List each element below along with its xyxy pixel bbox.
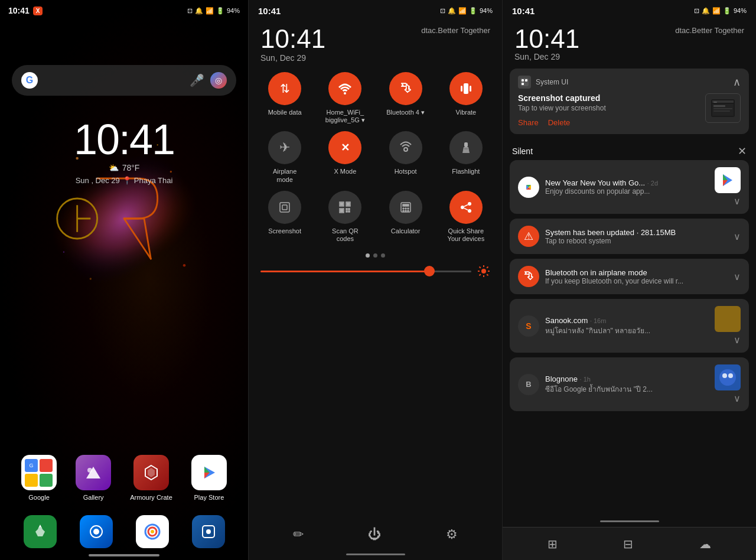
app-playstore[interactable]: Play Store bbox=[191, 455, 227, 501]
sanook-notif-chevron[interactable]: ∨ bbox=[734, 334, 741, 346]
power-icon[interactable]: ⏻ bbox=[368, 527, 381, 542]
battery-pct: 94% bbox=[227, 7, 240, 14]
notif-date: Sun, Dec 29 bbox=[514, 52, 579, 61]
svg-point-16 bbox=[93, 529, 99, 535]
mic-icon[interactable]: 🎤 bbox=[190, 73, 204, 87]
qs-sig-icon: 📶 bbox=[458, 7, 467, 15]
qs-screen-icon: ⊡ bbox=[440, 7, 445, 15]
app-armoury-label: Armoury Crate bbox=[130, 494, 172, 501]
tile-bluetooth[interactable]: ⮷ Bluetooth 4 ▾ bbox=[379, 72, 432, 124]
svg-rect-28 bbox=[464, 148, 468, 149]
tile-airplane[interactable]: ✈ Airplanemode bbox=[258, 131, 311, 183]
svg-rect-25 bbox=[470, 86, 471, 92]
svg-point-47 bbox=[405, 210, 406, 211]
notif-item-system[interactable]: ⚠ System has been updated · 281.15MB Tap… bbox=[510, 219, 749, 254]
tile-xmode-label: X Mode bbox=[334, 168, 356, 175]
qs-vol-icon: 🔔 bbox=[448, 7, 456, 15]
svg-line-61 bbox=[487, 267, 488, 268]
bottom-app-3[interactable] bbox=[136, 515, 169, 548]
brightness-slider[interactable] bbox=[260, 271, 471, 272]
notif-item-sanook[interactable]: S Sanook.com · 16m หมู่โคม่าหลัง "กินปลา… bbox=[510, 299, 749, 353]
notif-clock: 10:41 bbox=[514, 26, 579, 52]
qs-home-strip bbox=[346, 554, 405, 555]
svg-rect-30 bbox=[282, 205, 287, 210]
brightness-thumb[interactable] bbox=[424, 266, 435, 276]
notif-item-bluetooth[interactable]: ⮷ Bluetooth on in airplane mode If you k… bbox=[510, 259, 749, 294]
qs-carrier: dtac.Better Together bbox=[421, 26, 490, 35]
temperature: 78°F bbox=[122, 163, 140, 172]
app-playstore-label: Play Store bbox=[194, 494, 224, 501]
notif-header: 10:41 Sun, Dec 29 dtac.Better Together bbox=[503, 21, 756, 64]
notif-collapse-icon[interactable]: ∧ bbox=[733, 76, 741, 89]
tile-scan-qr[interactable]: Scan QRcodes bbox=[318, 191, 372, 243]
svg-line-59 bbox=[480, 267, 481, 268]
svg-rect-69 bbox=[713, 102, 717, 103]
edit-icon[interactable]: ✏ bbox=[293, 527, 304, 542]
tile-flashlight[interactable]: Flashlight bbox=[439, 131, 493, 183]
google-notif-chevron[interactable]: ∨ bbox=[734, 196, 741, 207]
app-armoury[interactable]: Armoury Crate bbox=[130, 455, 172, 501]
svg-rect-64 bbox=[522, 79, 524, 82]
screenshot-notification[interactable]: System UI ∧ Screenshot captured Tap to v… bbox=[510, 69, 749, 134]
notif-battery-pct: 94% bbox=[734, 7, 747, 14]
app-gallery[interactable]: Gallery bbox=[76, 455, 111, 501]
svg-rect-72 bbox=[713, 108, 732, 109]
blognone-notif-title: Blognone · 1h bbox=[545, 375, 709, 383]
blognone-notif-icon: B bbox=[518, 374, 539, 395]
notif-item-google[interactable]: New Year New You with Go... · 2d Enjoy d… bbox=[510, 160, 749, 214]
delete-button[interactable]: Delete bbox=[548, 118, 571, 127]
system-notif-title: System has been updated · 281.15MB bbox=[545, 228, 728, 237]
app-google[interactable]: G Google bbox=[21, 455, 57, 501]
tile-mobile-data-label: Mobile data bbox=[268, 109, 302, 116]
tile-scan-qr-label: Scan QRcodes bbox=[332, 227, 359, 243]
home-status-icons: ⊡ 🔔 📶 🔋 94% bbox=[187, 7, 240, 15]
blognone-notif-chevron[interactable]: ∨ bbox=[734, 393, 741, 404]
svg-rect-35 bbox=[347, 203, 350, 205]
system-ui-icon bbox=[518, 76, 531, 89]
location-name: Phaya Thai bbox=[134, 176, 173, 185]
notif-battery-icon: 🔋 bbox=[723, 7, 731, 15]
svg-rect-40 bbox=[348, 211, 350, 212]
bluetooth-notif-chevron[interactable]: ∨ bbox=[734, 271, 741, 282]
svg-rect-23 bbox=[464, 83, 468, 94]
tile-calculator[interactable]: Calculator bbox=[379, 191, 432, 243]
svg-point-26 bbox=[404, 148, 408, 151]
bottom-app-2[interactable] bbox=[80, 515, 113, 548]
google-notif-body: Enjoy discounts on popular app... bbox=[545, 187, 709, 196]
silent-close-icon[interactable]: ✕ bbox=[738, 145, 747, 158]
tile-vibrate[interactable]: Vibrate bbox=[439, 72, 493, 124]
tile-wifi[interactable]: Home_WiFi_bigglive_5G ▾ bbox=[318, 72, 372, 124]
svg-point-22 bbox=[344, 92, 346, 95]
google-notif-thumb bbox=[715, 167, 741, 193]
share-button[interactable]: Share bbox=[518, 118, 539, 127]
weather-icon: ⛅ bbox=[109, 163, 119, 172]
system-notif-chevron[interactable]: ∨ bbox=[734, 231, 741, 242]
tile-xmode[interactable]: ✕ X Mode bbox=[318, 131, 372, 183]
signal-icon: 📶 bbox=[206, 7, 214, 15]
notif-status-bar: 10:41 ⊡ 🔔 📶 🔋 94% bbox=[503, 0, 756, 21]
tile-quick-share[interactable]: Quick ShareYour devices bbox=[439, 191, 493, 243]
tile-calculator-label: Calculator bbox=[391, 227, 421, 235]
lens-icon[interactable]: ◎ bbox=[210, 72, 227, 89]
settings-icon[interactable]: ⚙ bbox=[446, 527, 458, 542]
svg-point-83 bbox=[719, 369, 736, 386]
sanook-notif-thumb bbox=[715, 306, 741, 332]
tile-hotspot[interactable]: Hotspot bbox=[379, 131, 432, 183]
screenshot-thumbnail bbox=[705, 93, 741, 123]
bottom-app-1[interactable] bbox=[24, 515, 57, 548]
svg-line-52 bbox=[464, 204, 468, 206]
svg-point-84 bbox=[722, 373, 727, 378]
search-bar[interactable]: G 🎤 ◎ bbox=[12, 65, 236, 96]
tile-mobile-data[interactable]: ⇅ Mobile data bbox=[258, 72, 311, 124]
nb-icon-1[interactable]: ⊞ bbox=[548, 537, 558, 551]
svg-point-5 bbox=[63, 252, 64, 253]
svg-point-43 bbox=[403, 208, 404, 209]
svg-line-53 bbox=[464, 208, 468, 210]
bottom-app-4[interactable] bbox=[192, 515, 225, 548]
nb-icon-3[interactable]: ☁ bbox=[699, 537, 711, 551]
tile-screenshot[interactable]: Screenshot bbox=[258, 191, 311, 243]
notif-item-blognone[interactable]: B Blognone · 1h ซีอีโอ Google ย้ำกับพนัก… bbox=[510, 357, 749, 411]
nb-icon-2[interactable]: ⊟ bbox=[623, 537, 633, 551]
svg-point-6 bbox=[183, 264, 186, 267]
notif-sig-icon: 📶 bbox=[712, 7, 721, 15]
